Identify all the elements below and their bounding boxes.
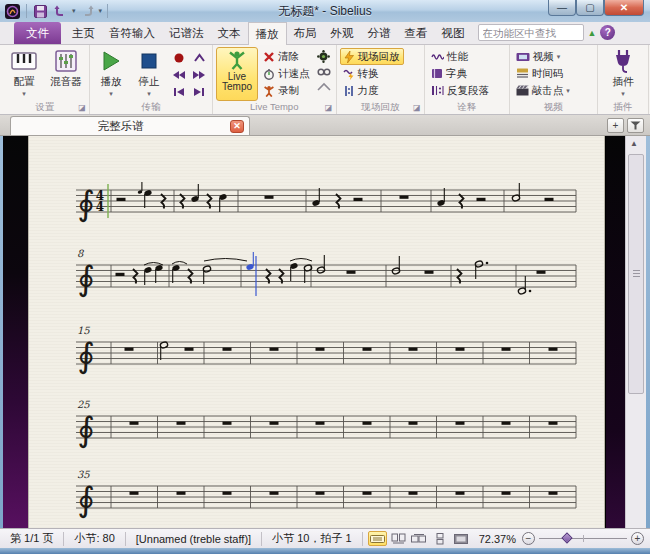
desk-background [3, 136, 28, 528]
music-notation[interactable]: ∮44∮8∮15∮25∮35 [29, 136, 606, 528]
binoculars-icon[interactable] [317, 64, 331, 79]
repeats-button[interactable]: 反复段落 [428, 82, 492, 99]
undo-dropdown-icon[interactable]: ▾ [72, 7, 76, 15]
tab-note-input[interactable]: 音符输入 [102, 22, 162, 44]
timecode-icon [516, 68, 529, 79]
score-page[interactable]: ∮44∮8∮15∮25∮35 [28, 136, 605, 528]
tab-parts[interactable]: 分谱 [361, 22, 398, 44]
record-icon[interactable] [173, 52, 185, 64]
zoom-out-icon[interactable]: − [522, 532, 535, 545]
ribbon-search-input[interactable] [478, 24, 584, 41]
tab-text[interactable]: 文本 [211, 22, 248, 44]
timecode-button[interactable]: 时间码 [513, 65, 573, 82]
group-video: 视频 ▾ 时间码 敲击点 ▾ 视频 [510, 45, 598, 114]
undo-icon[interactable] [52, 3, 69, 20]
plugins-button[interactable]: 插件 ▾ [601, 47, 645, 101]
tab-notations[interactable]: 记谱法 [162, 22, 211, 44]
performance-icon [431, 52, 444, 62]
clapperboard-icon [516, 85, 529, 96]
toolbar-separator [26, 4, 27, 18]
page-indicator: 第 1/1 页 [0, 531, 63, 546]
live-tempo-button[interactable]: Live Tempo [216, 47, 258, 101]
dialog-launcher-icon[interactable]: ◪ [324, 103, 334, 113]
mixer-icon [53, 49, 79, 73]
close-button[interactable]: ✕ [604, 0, 644, 16]
maximize-button[interactable]: ▢ [576, 0, 604, 16]
plug-icon [612, 49, 634, 73]
staff-name: [Unnamed (treble staff)] [126, 533, 261, 545]
tab-review[interactable]: 查看 [398, 22, 435, 44]
gear-icon[interactable] [317, 49, 330, 64]
score-area: ∮44∮8∮15∮25∮35 ▲ [3, 136, 646, 528]
move-playback-line-icon[interactable] [193, 53, 206, 63]
new-tab-button[interactable]: + [607, 118, 624, 133]
svg-text:∮: ∮ [77, 183, 95, 223]
tab-home[interactable]: 主页 [65, 22, 102, 44]
ribbon: 配置 ▾ 混音器 设置 ◪ 播放 [0, 45, 650, 115]
book-icon [431, 68, 443, 79]
clear-live-tempo-button[interactable]: 清除 [260, 48, 313, 65]
dropdown-icon: ▾ [109, 90, 113, 98]
group-transport: 播放 ▾ 停止 ▾ 传 [90, 45, 213, 114]
zoom-in-icon[interactable]: + [631, 532, 644, 545]
tab-play[interactable]: 播放 [248, 22, 287, 45]
conductor-icon [227, 50, 247, 70]
record-live-tempo-button[interactable]: 录制 [260, 82, 313, 99]
dictionary-button[interactable]: 字典 [428, 65, 492, 82]
app-icon[interactable] [4, 3, 21, 20]
live-playback-button[interactable]: 现场回放 [340, 48, 404, 65]
svg-text:35: 35 [77, 469, 90, 480]
group-label: 现场回放 [340, 101, 421, 114]
tab-file[interactable]: 文件 [14, 22, 61, 44]
group-interpretation: 性能 字典 反复段落 诠释 [425, 45, 510, 114]
stop-button[interactable]: 停止 ▾ [131, 47, 167, 101]
minimize-button[interactable]: — [548, 0, 576, 16]
vertical-scrollbar[interactable]: ▲ [625, 136, 646, 528]
transport-mini-buttons [169, 47, 209, 101]
mixer-button[interactable]: 混音器 [46, 47, 86, 101]
performance-button[interactable]: 性能 [428, 48, 492, 65]
tap-points-button[interactable]: 计速点 [260, 65, 313, 82]
scrollbar-thumb[interactable] [628, 154, 644, 394]
tempo-graph-icon[interactable] [317, 79, 331, 94]
tab-appearance[interactable]: 外观 [324, 22, 361, 44]
collapse-ribbon-icon[interactable]: ▲ [588, 28, 597, 38]
video-button[interactable]: 视频 ▾ [513, 48, 573, 65]
dialog-launcher-icon[interactable]: ◪ [77, 103, 87, 113]
scroll-up-icon[interactable]: ▲ [630, 139, 638, 148]
stop-icon [138, 49, 160, 73]
save-icon[interactable] [32, 3, 49, 20]
dialog-launcher-icon[interactable]: ◪ [412, 103, 422, 113]
redo-dropdown-icon[interactable]: ▾ [99, 7, 103, 15]
dropdown-icon: ▾ [147, 90, 151, 98]
clear-icon [263, 51, 275, 63]
help-icon[interactable]: ? [600, 25, 615, 40]
dynamics-button[interactable]: 力度 [340, 82, 404, 99]
record-conductor-icon [263, 85, 275, 97]
rewind-icon[interactable] [172, 70, 186, 80]
tab-menu-icon[interactable] [627, 118, 644, 133]
group-label: 设置 [4, 101, 86, 114]
close-tab-icon[interactable]: ✕ [230, 120, 244, 133]
setup-button[interactable]: 配置 ▾ [4, 47, 44, 101]
pages-vertical-view-icon[interactable] [431, 531, 450, 546]
thumb-grip [633, 270, 640, 271]
spreads-horizontal-view-icon[interactable] [410, 531, 429, 546]
group-plugins: 插件 ▾ 插件 [598, 45, 649, 114]
go-to-end-icon[interactable] [193, 87, 205, 97]
zoom-slider[interactable] [539, 532, 627, 545]
zoom-slider-thumb[interactable] [561, 532, 572, 543]
go-to-start-icon[interactable] [173, 87, 185, 97]
tab-view[interactable]: 视图 [435, 22, 472, 44]
hit-points-button[interactable]: 敲击点 ▾ [513, 82, 573, 99]
panorama-view-icon[interactable] [368, 531, 387, 546]
group-live-tempo: Live Tempo 清除 计速点 录制 [213, 45, 337, 114]
document-tab[interactable]: 完整乐谱 ✕ [10, 116, 250, 135]
transform-live-playback-button[interactable]: 转换 [340, 65, 404, 82]
full-screen-view-icon[interactable] [452, 531, 471, 546]
tab-layout[interactable]: 布局 [287, 22, 324, 44]
fast-forward-icon[interactable] [192, 70, 206, 80]
play-button[interactable]: 播放 ▾ [93, 47, 129, 101]
redo-icon[interactable] [79, 3, 96, 20]
pages-horizontal-view-icon[interactable] [389, 531, 408, 546]
